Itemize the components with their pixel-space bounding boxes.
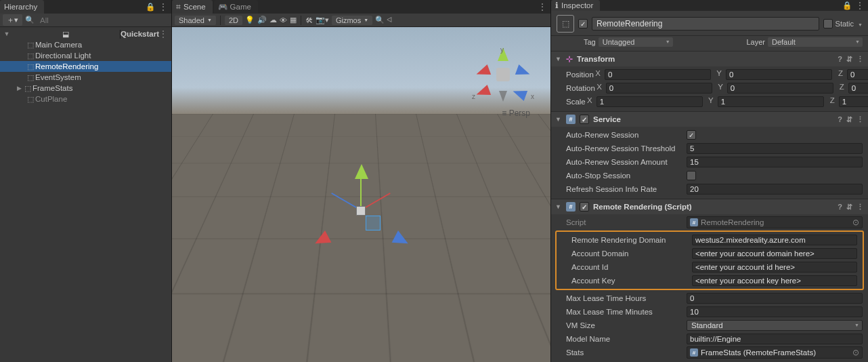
hierarchy-toolbar: ＋▾ 🔍 [0,14,171,27]
credentials-highlight: Remote Rendering Domain Account Domain A… [555,230,864,290]
position-z-input[interactable] [847,69,868,80]
scale-y-input[interactable] [718,96,824,107]
hidden-icon[interactable]: 👁 [280,16,287,24]
amount-input[interactable] [687,157,863,167]
position-x-input[interactable] [605,69,711,80]
tab-inspector[interactable]: ℹInspector [551,0,600,11]
layer-dropdown[interactable]: Default [768,37,863,47]
inspector-tabbar: ℹInspector 🔒⋮ [551,0,868,11]
account-key-input[interactable] [692,275,857,286]
panel-menu-icon[interactable]: ⋮ [856,1,864,10]
object-picker-icon[interactable]: ⊙ [852,348,859,357]
search-icon[interactable]: 🔍 ᐊ [375,16,392,24]
account-domain-input[interactable] [692,248,857,259]
hierarchy-tree: ▼⬓ Quickstart ⋮ ⬚Main Camera ⬚Directiona… [0,27,171,362]
hierarchy-tabbar: Hierarchy 🔒 ⋮ [0,0,171,14]
tools-icon[interactable]: 🛠 [305,16,313,24]
scene-viewport[interactable]: ≡ Persp y x z [172,27,550,362]
auto-renew-checkbox[interactable] [687,130,696,140]
preset-icon[interactable]: ⇵ [846,115,852,124]
preset-icon[interactable]: ⇵ [846,55,852,64]
service-component: ▼# Service ?⇵⋮ Auto-Renew Session Auto-R… [551,111,868,199]
static-checkbox[interactable] [823,19,833,28]
fx-icon[interactable]: ☁ [269,16,277,24]
gameobject-name-input[interactable] [592,17,819,31]
hierarchy-panel: Hierarchy 🔒 ⋮ ＋▾ 🔍 ▼⬓ Quickstart ⋮ ⬚Main… [0,0,172,362]
inspector-panel: ℹInspector 🔒⋮ ⬚ Static Tag Untagged Laye… [551,0,868,362]
panel-menu-icon[interactable]: ⋮ [159,2,167,12]
gameobject-active-checkbox[interactable] [578,19,588,28]
rotation-x-input[interactable] [606,83,712,94]
tab-hierarchy[interactable]: Hierarchy [0,0,44,14]
help-icon[interactable]: ? [838,203,842,212]
remote-domain-input[interactable] [692,235,857,245]
tab-game[interactable]: 🎮Game [214,0,258,14]
scene-panel: ⌗Scene 🎮Game ⋮ Shaded▼ 2D 💡 🔊 ☁ 👁 ▦ 🛠 📷▾… [172,0,551,362]
scene-row[interactable]: ▼⬓ Quickstart ⋮ [0,28,171,39]
camera-icon[interactable]: 📷▾ [316,16,329,24]
scale-z-input[interactable] [839,96,868,107]
rotation-y-input[interactable] [727,83,833,94]
account-id-input[interactable] [692,262,857,273]
script-object-field[interactable]: # RemoteRendering ⊙ [687,216,863,228]
refresh-rate-input[interactable] [687,184,863,195]
panel-menu-icon[interactable]: ⋮ [538,2,546,12]
hierarchy-item[interactable]: ▶⬚FrameStats [0,83,171,94]
component-menu-icon[interactable]: ⋮ [856,55,864,64]
scene-name: Quickstart [121,30,159,38]
position-y-input[interactable] [726,69,832,80]
service-header[interactable]: ▼# Service ?⇵⋮ [551,112,868,127]
static-dropdown[interactable] [856,20,863,28]
component-menu-icon[interactable]: ⋮ [856,203,864,212]
hierarchy-item[interactable]: ⬚Directional Light [0,50,171,61]
orientation-gizmo[interactable]: y x z [476,47,530,102]
auto-stop-checkbox[interactable] [687,171,696,180]
shading-dropdown[interactable]: Shaded▼ [175,16,216,25]
threshold-input[interactable] [687,143,863,154]
create-button[interactable]: ＋▾ [3,14,22,26]
stats-object-field[interactable]: # FrameStats (RemoteFrameStats) ⊙ [687,346,863,359]
service-enabled-checkbox[interactable] [580,115,589,124]
mode-2d-toggle[interactable]: 2D [225,16,242,25]
transform-component: ▼⊹ Transform ?⇵⋮ Position X Y Z Rotation… [551,51,868,111]
audio-icon[interactable]: 🔊 [257,16,267,24]
vm-size-dropdown[interactable]: Standard [687,320,863,331]
model-name-input[interactable] [687,334,863,344]
lighting-icon[interactable]: 💡 [245,16,255,24]
grid-icon[interactable]: ▦ [290,16,297,24]
help-icon[interactable]: ? [838,55,842,64]
tag-layer-row: Tag Untagged Layer Default [551,36,868,51]
help-icon[interactable]: ? [838,115,842,124]
move-gizmo[interactable] [314,164,409,259]
gizmos-dropdown[interactable]: Gizmos▼ [332,16,372,25]
gameobject-icon[interactable]: ⬚ [557,15,574,33]
hierarchy-item[interactable]: ⬚Main Camera [0,39,171,50]
hierarchy-item[interactable]: ⬚EventSystem [0,72,171,83]
scene-tabbar: ⌗Scene 🎮Game ⋮ [172,0,550,14]
scene-toolbar: Shaded▼ 2D 💡 🔊 ☁ 👁 ▦ 🛠 📷▾ Gizmos▼ 🔍 ᐊ [172,14,550,27]
remote-enabled-checkbox[interactable] [580,202,589,212]
transform-header[interactable]: ▼⊹ Transform ?⇵⋮ [551,52,868,66]
rotation-z-input[interactable] [848,83,868,94]
hierarchy-search-input[interactable] [37,16,169,25]
scale-x-input[interactable] [596,96,703,107]
inspector-header: ⬚ Static [551,11,868,36]
object-picker-icon[interactable]: ⊙ [852,218,859,227]
projection-label[interactable]: ≡ Persp [502,108,530,118]
scene-menu-icon[interactable]: ⋮ [159,29,171,39]
panel-lock-icon[interactable]: 🔒 [842,1,852,10]
hierarchy-item[interactable]: ⬚CutPlane [0,94,171,104]
remote-rendering-component: ▼# Remote Rendering (Script) ?⇵⋮ Script … [551,199,868,362]
tab-scene[interactable]: ⌗Scene [172,0,213,14]
lease-hours-input[interactable] [687,293,863,304]
hierarchy-tab-label: Hierarchy [4,3,37,11]
tag-dropdown[interactable]: Untagged [599,37,673,47]
panel-lock-icon[interactable]: 🔒 [146,2,155,12]
component-menu-icon[interactable]: ⋮ [856,115,864,124]
lease-minutes-input[interactable] [687,306,863,317]
hierarchy-item-selected[interactable]: ⬚RemoteRendering [0,61,171,72]
preset-icon[interactable]: ⇵ [846,203,852,212]
remote-header[interactable]: ▼# Remote Rendering (Script) ?⇵⋮ [551,199,868,214]
